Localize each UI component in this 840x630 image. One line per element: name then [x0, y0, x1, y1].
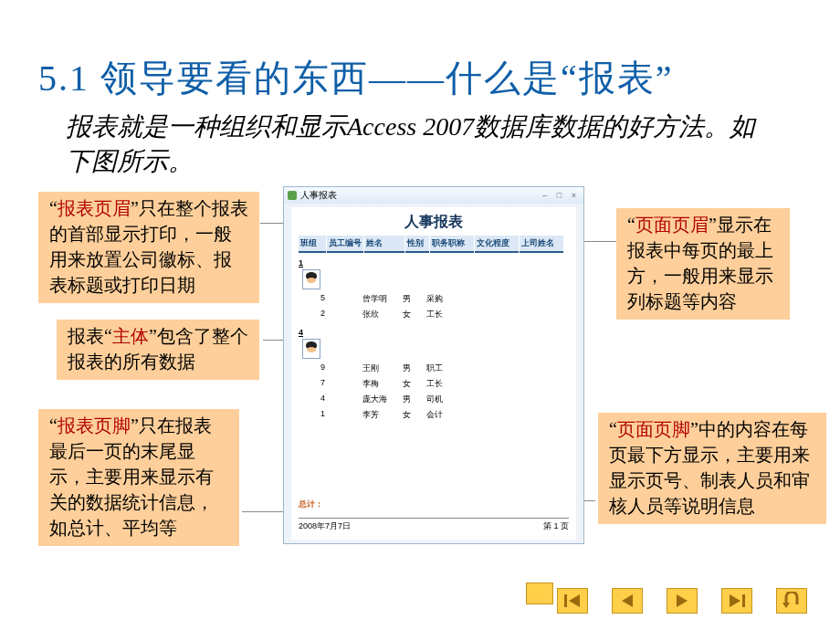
page-footer: 2008年7月7日 第 1 页: [299, 518, 569, 532]
next-button[interactable]: [667, 588, 698, 614]
callout-report-footer: “报表页脚”只在报表最后一页的末尾显示，主要用来显示有关的数据统计信息，如总计、…: [38, 409, 239, 546]
avatar-icon: [302, 339, 320, 359]
svg-rect-5: [742, 594, 745, 607]
term-page-footer: 页面页脚: [617, 419, 690, 439]
callout-page-footer: “页面页脚”中的内容在每页最下方显示，主要用来显示页号、制表人员和审核人员等说明…: [598, 413, 826, 524]
footer-date: 2008年7月7日: [299, 520, 351, 532]
data-row: 2 张欣 女 工长: [299, 307, 569, 322]
last-icon: [728, 593, 746, 608]
data-row: 4 庞大海 男 司机: [299, 392, 569, 407]
term-page-header: 页面页眉: [635, 215, 709, 235]
col-ban: 班组: [299, 236, 326, 253]
svg-marker-3: [677, 594, 688, 607]
svg-marker-4: [730, 594, 740, 607]
report-body: 人事报表 班组 员工编号 姓名 性别 职务职称 文化程度 上司姓名 1 5 曾学…: [291, 207, 576, 540]
callout-report-header: “报表页眉”只在整个报表的首部显示打印，一般用来放置公司徽标、报表标题或打印日期: [38, 192, 259, 303]
window-controls[interactable]: – □ ×: [542, 191, 580, 200]
col-name: 姓名: [364, 236, 404, 253]
col-edu: 文化程度: [475, 236, 519, 253]
return-button[interactable]: [776, 588, 807, 614]
col-sex: 性别: [405, 236, 429, 253]
term-report-header: 报表页眉: [58, 198, 131, 218]
window-titlebar: 人事报表 – □ ×: [284, 187, 583, 204]
column-headers: 班组 员工编号 姓名 性别 职务职称 文化程度 上司姓名: [299, 236, 569, 253]
col-empid: 员工编号: [327, 236, 363, 253]
data-row: 1 李芳 女 会计: [299, 407, 569, 423]
first-icon: [563, 593, 582, 608]
first-button[interactable]: [557, 588, 588, 614]
return-icon: [782, 592, 802, 610]
group-header: 4: [299, 328, 569, 337]
report-window: 人事报表 – □ × 人事报表 班组 员工编号 姓名 性别 职务职称 文化程度 …: [283, 186, 584, 544]
nav-button-extra[interactable]: [526, 583, 553, 604]
col-job: 职务职称: [430, 236, 474, 253]
svg-marker-2: [622, 594, 633, 607]
prev-icon: [618, 593, 636, 608]
svg-marker-6: [782, 603, 790, 608]
report-icon: [288, 191, 297, 200]
svg-rect-0: [564, 594, 567, 607]
callout-detail: 报表“主体”包含了整个报表的所有数据: [57, 320, 259, 380]
callout-page-header: “页面页眉”显示在报表中每页的最上方，一般用来显示列标题等内容: [616, 208, 790, 320]
col-boss: 上司姓名: [520, 236, 563, 253]
term-report-footer: 报表页脚: [58, 415, 131, 436]
last-button[interactable]: [721, 588, 752, 614]
next-icon: [673, 593, 691, 608]
term-detail: 主体: [112, 326, 149, 346]
footer-page: 第 1 页: [543, 520, 569, 532]
data-row: 9 王刚 男 职工: [299, 361, 569, 376]
data-row: 5 曾学明 男 采购: [299, 291, 569, 307]
group-header: 1: [299, 258, 569, 268]
svg-marker-1: [569, 594, 580, 607]
data-row: 7 李梅 女 工长: [299, 376, 569, 392]
report-summary: 总计：: [299, 497, 569, 510]
avatar-icon: [302, 269, 320, 289]
prev-button[interactable]: [612, 588, 643, 614]
report-title: 人事报表: [299, 213, 569, 232]
window-title-text: 人事报表: [300, 189, 337, 202]
intro-text: 报表就是一种组织和显示Access 2007数据库数据的好方法。如下图所示。: [66, 110, 778, 179]
nav-bar: [557, 588, 807, 614]
slide-title: 5.1 领导要看的东西——什么是“报表”: [38, 53, 674, 103]
